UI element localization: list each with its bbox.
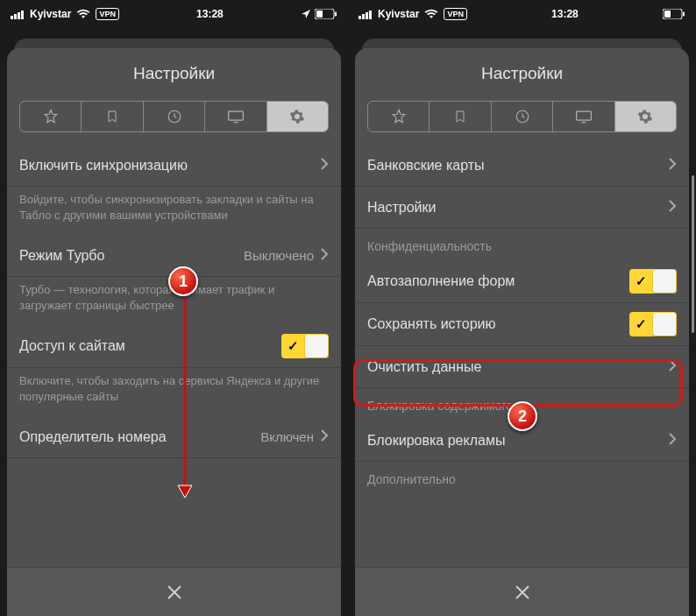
chevron-right-icon — [669, 158, 677, 173]
check-icon: ✓ — [629, 316, 653, 332]
signal-icon — [11, 10, 25, 19]
svg-rect-2 — [18, 12, 20, 19]
close-button[interactable] — [355, 567, 689, 616]
tab-history[interactable] — [143, 102, 204, 131]
svg-rect-18 — [577, 111, 592, 120]
row-label: Сохранять историю — [367, 316, 629, 332]
sync-desc: Войдите, чтобы синхронизировать закладки… — [7, 187, 341, 235]
svg-rect-1 — [14, 14, 17, 19]
vpn-badge: VPN — [444, 8, 467, 20]
check-icon: ✓ — [281, 338, 305, 354]
step-marker-2: 2 — [508, 401, 537, 431]
svg-rect-12 — [366, 12, 368, 19]
settings-sheet: Настройки Включить синхронизацию Войдите… — [7, 48, 341, 616]
step-marker-1: 1 — [168, 266, 198, 296]
svg-rect-0 — [11, 16, 13, 19]
chevron-right-icon — [321, 248, 329, 264]
tab-favorites[interactable] — [368, 102, 429, 131]
status-bar: Kyivstar VPN 13:28 — [348, 0, 696, 28]
svg-rect-8 — [229, 111, 244, 120]
svg-rect-6 — [335, 12, 337, 17]
chevron-right-icon — [669, 200, 677, 216]
row-label: Настройки — [367, 200, 669, 216]
toggle-on[interactable]: ✓ — [629, 269, 677, 294]
arrow-down-icon — [177, 294, 193, 499]
sheet-title: Настройки — [355, 48, 689, 96]
chevron-right-icon — [321, 158, 329, 173]
close-button[interactable] — [7, 567, 341, 616]
toggle-on[interactable]: ✓ — [629, 312, 677, 336]
row-callerid[interactable]: Определитель номера Включен — [7, 416, 341, 458]
status-bar: Kyivstar VPN 13:28 — [0, 0, 348, 28]
time-label: 13:28 — [196, 8, 224, 20]
section-privacy: Конфиденциальность — [355, 229, 689, 260]
signal-icon — [359, 10, 373, 19]
row-label: Банковские карты — [367, 158, 669, 173]
row-label: Определитель номера — [19, 429, 260, 445]
tab-segment — [19, 101, 329, 132]
carrier-label: Kyivstar — [30, 8, 71, 20]
toggle-on[interactable]: ✓ — [281, 334, 329, 358]
svg-rect-3 — [21, 11, 24, 19]
close-icon — [514, 584, 531, 601]
svg-rect-15 — [664, 11, 671, 18]
row-autofill[interactable]: Автозаполнение форм ✓ — [355, 260, 689, 303]
tab-bookmarks[interactable] — [429, 102, 490, 131]
scroll-indicator — [692, 175, 694, 333]
tab-settings[interactable] — [266, 102, 328, 131]
row-sync[interactable]: Включить синхронизацию — [7, 145, 341, 187]
svg-rect-11 — [362, 14, 365, 19]
row-access[interactable]: Доступ к сайтам ✓ — [7, 325, 341, 368]
row-cards[interactable]: Банковские карты — [355, 145, 689, 187]
location-icon — [301, 9, 311, 19]
tab-devices[interactable] — [204, 102, 266, 131]
carrier-label: Kyivstar — [378, 8, 419, 20]
svg-rect-13 — [369, 11, 372, 19]
sheet-title: Настройки — [7, 48, 341, 96]
screen-left: Kyivstar VPN 13:28 Настройки — [0, 0, 348, 616]
screen-right: Kyivstar VPN 13:28 Настройки Банковские … — [348, 0, 696, 616]
access-desc: Включите, чтобы заходить на сервисы Янде… — [7, 368, 341, 416]
tab-settings[interactable] — [614, 102, 676, 131]
time-label: 13:28 — [551, 8, 579, 20]
tab-history[interactable] — [491, 102, 552, 131]
svg-rect-10 — [359, 16, 361, 19]
row-label: Автозаполнение форм — [367, 273, 629, 289]
row-clear-data[interactable]: Очистить данные — [355, 346, 689, 388]
chevron-right-icon — [321, 429, 329, 445]
battery-icon — [315, 9, 337, 19]
wifi-icon — [76, 9, 90, 19]
row-label: Очистить данные — [367, 359, 669, 375]
tab-segment — [367, 101, 677, 132]
section-more: Дополнительно — [355, 462, 689, 493]
row-label: Включить синхронизацию — [19, 158, 321, 173]
battery-icon — [663, 9, 685, 19]
check-icon: ✓ — [629, 273, 653, 289]
svg-rect-16 — [683, 12, 685, 17]
row-label: Доступ к сайтам — [19, 338, 281, 354]
close-icon — [166, 584, 183, 601]
svg-rect-5 — [316, 11, 323, 18]
row-label: Блокировка рекламы — [367, 433, 669, 449]
tab-bookmarks[interactable] — [81, 102, 142, 131]
row-label: Режим Турбо — [19, 248, 244, 264]
settings-sheet: Настройки Банковские карты Настройки Кон… — [355, 48, 689, 616]
wifi-icon — [424, 9, 438, 19]
row-settings[interactable]: Настройки — [355, 187, 689, 229]
row-value: Выключено — [244, 248, 314, 263]
row-history[interactable]: Сохранять историю ✓ — [355, 303, 689, 346]
vpn-badge: VPN — [96, 8, 119, 20]
chevron-right-icon — [669, 433, 677, 449]
row-value: Включен — [260, 429, 314, 444]
tab-devices[interactable] — [552, 102, 614, 131]
tab-favorites[interactable] — [20, 102, 81, 131]
chevron-right-icon — [669, 359, 677, 375]
